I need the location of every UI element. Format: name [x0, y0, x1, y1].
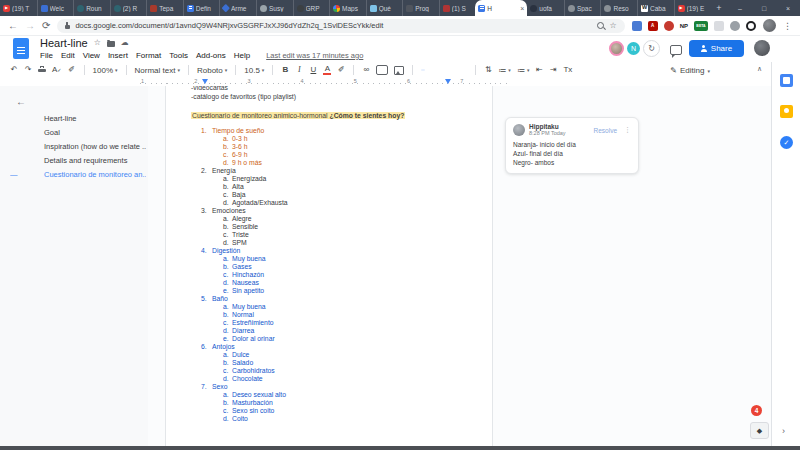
bookmark-star-icon[interactable]: ☆: [609, 21, 616, 30]
browser-tab[interactable]: GRP_: [293, 0, 330, 16]
browser-tab[interactable]: Defin: [183, 0, 220, 16]
browser-tab-active[interactable]: H×: [475, 0, 527, 16]
docs-profile-avatar[interactable]: [754, 40, 770, 56]
collaborator-avatar[interactable]: N: [627, 42, 640, 55]
menu-insert[interactable]: Insert: [108, 51, 128, 60]
outline-item[interactable]: Inspiration (how do we relate ...: [10, 140, 146, 154]
redo-button[interactable]: ↷: [24, 66, 32, 74]
insert-link-button[interactable]: ∞: [362, 66, 370, 74]
browser-tab[interactable]: Tepa: [146, 0, 183, 16]
text-color-button[interactable]: A: [323, 65, 331, 75]
browser-tab[interactable]: Maps: [329, 0, 366, 16]
tab-close-icon[interactable]: ×: [520, 5, 524, 12]
line-spacing-button[interactable]: ⇅: [484, 66, 492, 74]
outline-item[interactable]: Goal: [10, 126, 146, 140]
bold-button[interactable]: B: [281, 66, 289, 74]
menu-file[interactable]: File: [40, 51, 53, 60]
menu-addons[interactable]: Add-ons: [196, 51, 226, 60]
adblock-extension-icon[interactable]: [664, 21, 674, 31]
reload-icon[interactable]: ⟳: [42, 21, 50, 31]
document-title[interactable]: Heart-line: [40, 37, 88, 49]
google-docs-icon[interactable]: [13, 38, 29, 59]
dark-extension-icon[interactable]: [746, 21, 756, 31]
browser-tab[interactable]: ▶(19) E: [674, 0, 711, 16]
menu-format[interactable]: Format: [136, 51, 161, 60]
align-left-button[interactable]: [421, 69, 425, 71]
outline-item[interactable]: Details and requirements: [10, 154, 146, 168]
comment-card[interactable]: Hippitaku 8:28 PM Today Resolve ⋮ Naranj…: [505, 117, 639, 174]
browser-tab[interactable]: Qué: [366, 0, 403, 16]
menu-edit[interactable]: Edit: [61, 51, 75, 60]
maximize-button[interactable]: □: [752, 0, 776, 16]
browser-tab[interactable]: uofa_: [527, 0, 564, 16]
spellcheck-button[interactable]: A✓: [52, 66, 62, 74]
menu-view[interactable]: View: [83, 51, 100, 60]
share-button[interactable]: Share: [689, 40, 744, 57]
timer-extension-icon[interactable]: [730, 21, 740, 31]
browser-tab[interactable]: Reso: [600, 0, 637, 16]
ruler[interactable]: 1234567: [140, 78, 510, 86]
new-tab-button[interactable]: +: [712, 0, 726, 16]
decrease-indent-button[interactable]: ⇤: [535, 66, 543, 74]
undo-button[interactable]: ↶: [10, 66, 18, 74]
minimize-button[interactable]: –: [728, 0, 752, 16]
editing-mode-dropdown[interactable]: ✎ Editing ▾: [670, 66, 710, 75]
forward-icon[interactable]: →: [25, 21, 35, 31]
font-dropdown[interactable]: Roboto▾: [197, 66, 227, 75]
font-size-dropdown[interactable]: 10.5▾: [244, 66, 264, 75]
menu-help[interactable]: Help: [234, 51, 250, 60]
right-indent-marker[interactable]: [445, 79, 451, 84]
version-history-button[interactable]: ↻: [643, 40, 660, 57]
increase-indent-button[interactable]: ⇥: [549, 66, 557, 74]
browser-tab[interactable]: (1) S: [439, 0, 476, 16]
insert-comment-button[interactable]: [376, 65, 388, 75]
np-extension-icon[interactable]: NP: [680, 21, 688, 31]
calendar-icon[interactable]: [780, 74, 793, 87]
outline-item[interactable]: —Cuestionario de monitoreo an...: [10, 168, 146, 182]
translate-extension-icon[interactable]: [632, 21, 642, 31]
browser-tab[interactable]: Arme: [219, 0, 256, 16]
browser-tab[interactable]: Roun: [73, 0, 110, 16]
comment-menu-icon[interactable]: ⋮: [624, 126, 631, 134]
menu-tools[interactable]: Tools: [169, 51, 188, 60]
zoom-page-icon[interactable]: [597, 22, 604, 29]
document-page[interactable]: -videocartas-catálogo de favoritos (tipo…: [165, 86, 493, 446]
outline-item[interactable]: Heart-line: [10, 112, 146, 126]
browser-tab[interactable]: ▶(19) T: [0, 0, 37, 16]
back-icon[interactable]: ←: [8, 21, 18, 31]
browser-tab[interactable]: (2) R: [110, 0, 147, 16]
close-outline-icon[interactable]: ←: [16, 96, 26, 107]
keep-icon[interactable]: [780, 105, 793, 118]
insert-image-button[interactable]: [394, 66, 404, 75]
paint-format-button[interactable]: ✐: [68, 66, 76, 74]
styles-dropdown[interactable]: Normal text▾: [135, 66, 180, 75]
close-window-button[interactable]: ×: [776, 0, 800, 16]
tasks-icon[interactable]: ✓: [780, 136, 793, 149]
generic-extension-icon[interactable]: [714, 21, 724, 31]
clear-formatting-button[interactable]: Tx: [563, 66, 572, 74]
print-button[interactable]: [38, 66, 46, 74]
browser-tab[interactable]: WCaba: [637, 0, 674, 16]
star-document-icon[interactable]: ☆: [94, 39, 101, 47]
address-bar[interactable]: docs.google.com/document/d/1avndQ9W4NRjx…: [57, 19, 624, 33]
open-comments-icon[interactable]: [670, 45, 682, 55]
beta-extension-icon[interactable]: BETA: [694, 21, 708, 31]
italic-button[interactable]: I: [295, 66, 303, 74]
explore-button[interactable]: ◆: [750, 422, 769, 439]
hide-side-panel-icon[interactable]: ›: [782, 426, 785, 436]
move-folder-icon[interactable]: [107, 41, 115, 47]
indent-marker[interactable]: [202, 79, 208, 84]
hide-menus-button[interactable]: ∧: [757, 65, 762, 73]
browser-tab[interactable]: Prog: [402, 0, 439, 16]
last-edit-link[interactable]: Last edit was 17 minutes ago: [266, 51, 363, 60]
bulleted-list-button[interactable]: ≔▾: [517, 66, 530, 75]
highlight-color-button[interactable]: ✐: [337, 66, 345, 74]
underline-button[interactable]: U: [309, 66, 317, 74]
browser-tab[interactable]: Welc: [37, 0, 74, 16]
browser-tab[interactable]: Susy: [256, 0, 293, 16]
browser-profile-avatar[interactable]: [763, 19, 776, 32]
browser-tab[interactable]: Spac: [564, 0, 601, 16]
numbered-list-button[interactable]: ≔▾: [498, 66, 511, 75]
url-text[interactable]: docs.google.com/document/d/1avndQ9W4NRjx…: [75, 21, 592, 30]
resolve-button[interactable]: Resolve: [594, 127, 617, 134]
